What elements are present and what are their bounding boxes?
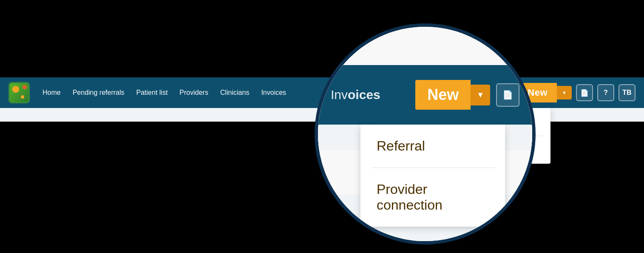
mag-dropdown-provider-connection: Provider connection <box>360 168 505 227</box>
document-icon-btn[interactable]: 📄 <box>576 84 593 101</box>
dropdown-referral[interactable]: Referral <box>457 111 550 136</box>
nav-home[interactable]: Home <box>43 89 61 97</box>
nav-patient-list[interactable]: Patient list <box>136 89 168 97</box>
new-button[interactable]: New <box>518 83 557 102</box>
nav-providers[interactable]: Providers <box>179 89 208 97</box>
dropdown-provider-connection[interactable]: Provider connection <box>457 136 550 160</box>
nav-clinicians[interactable]: Clinicians <box>220 89 249 97</box>
main-navbar: Home Pending referrals Patient list Prov… <box>0 77 644 108</box>
mag-dropdown-divider <box>371 168 495 168</box>
nav-links: Home Pending referrals Patient list Prov… <box>43 89 518 97</box>
nav-invoices[interactable]: Invoices <box>261 89 286 97</box>
app-logo[interactable] <box>9 82 30 103</box>
user-avatar[interactable]: TB <box>618 84 635 101</box>
new-dropdown-menu: Referral Provider connection <box>457 108 550 164</box>
new-button-group: New <box>518 83 572 102</box>
nav-right: New 📄 ? TB <box>518 83 635 102</box>
new-dropdown-toggle[interactable] <box>557 86 572 99</box>
help-icon-btn[interactable]: ? <box>597 84 614 101</box>
nav-pending-referrals[interactable]: Pending referrals <box>73 89 125 97</box>
